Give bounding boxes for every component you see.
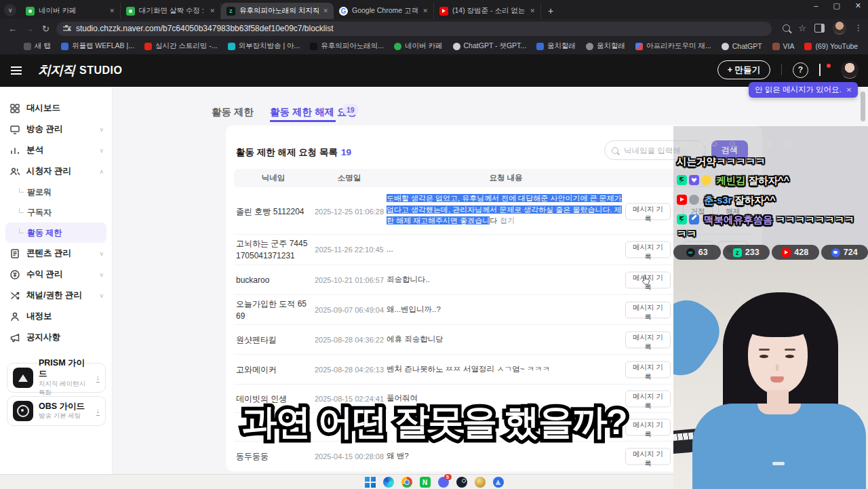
naver-icon[interactable]: N — [420, 477, 431, 488]
sidebar-item-notices[interactable]: 공지사항 — [0, 327, 112, 348]
window-minimize-button[interactable]: – — [814, 1, 818, 10]
url-text: studio.chzzk.naver.com/b7c64050b347983bb… — [76, 24, 334, 33]
browser-tab-1[interactable]: 네이버 카페 ✕ — [20, 3, 121, 19]
message-log-button[interactable]: 메시지 기록 — [625, 301, 671, 318]
tab-close-icon[interactable]: ✕ — [530, 7, 535, 14]
bookmark-icon — [722, 43, 729, 50]
chzzk-favicon: z — [226, 7, 235, 16]
sidebar-item-content[interactable]: 콘텐츠 관리∨ — [0, 243, 112, 264]
active-tab-underline — [270, 120, 336, 122]
discord-icon[interactable]: 5 — [438, 477, 449, 488]
tab-search-icon[interactable]: ∨ — [4, 4, 16, 16]
profile-avatar[interactable] — [841, 61, 859, 79]
row-date: 2025-04-15 00:28:08 — [312, 452, 387, 461]
row-nickname: 고와메이커 — [236, 364, 311, 376]
bookmark-item[interactable]: 움치할래 — [586, 41, 625, 51]
tab-close-icon[interactable]: ✕ — [109, 7, 115, 14]
bookmark-star-icon[interactable]: ☆ — [798, 23, 806, 33]
bookmark-item[interactable]: 외부장치방송 | 아... — [228, 41, 300, 51]
chrome-icon[interactable] — [401, 477, 412, 488]
sidebar-item-revenue[interactable]: 수익 관리∨ — [0, 264, 112, 285]
bookmark-icon — [228, 43, 235, 50]
bookmark-item[interactable]: 새 탭 — [24, 41, 51, 51]
page-scrollbar[interactable] — [861, 92, 865, 121]
browser-profile-avatar[interactable] — [833, 21, 846, 35]
message-log-button[interactable]: 메시지 기록 — [625, 241, 671, 258]
chat-username[interactable]: 맥북에유후쏨음 — [704, 214, 773, 225]
help-icon[interactable]: ? — [793, 62, 808, 78]
windows-start-icon[interactable] — [365, 477, 376, 488]
youtube-platform-icon — [782, 248, 791, 257]
window-maximize-button[interactable]: ▢ — [833, 1, 840, 10]
tab-title: 대기화면 살짝 수정 : 네이버 — [139, 6, 205, 16]
back-icon[interactable]: ← — [8, 24, 17, 34]
browser-tab-5[interactable]: (14) 장범준 - 소리 없는 비가 ✕ — [434, 3, 541, 19]
sidebar-item-activity-restriction[interactable]: 활동 제한 — [5, 222, 106, 243]
message-log-button[interactable]: 메시지 기록 — [625, 203, 671, 220]
row-nickname: buckaroo — [236, 274, 311, 286]
browser-tab-3-active[interactable]: z 유후의피아노래의 치지직 스 ✕ — [221, 3, 334, 19]
bookmark-item[interactable]: ChatGPT - 챗GPT... — [453, 41, 527, 51]
bookmark-item[interactable]: (69) YouTube — [804, 42, 858, 50]
sidebar-item-channel-permissions[interactable]: 채널/권한 관리∨ — [0, 285, 112, 306]
sidebar-item-my-info[interactable]: 내정보 — [0, 306, 112, 327]
gold-app-icon[interactable] — [475, 477, 486, 488]
toast-close-icon[interactable]: ✕ — [846, 86, 852, 94]
message-log-button[interactable]: 메시지 기록 — [625, 448, 671, 465]
blue-app-icon[interactable] — [493, 477, 504, 488]
sidebar-item-dashboard[interactable]: 대시보드 — [0, 98, 112, 119]
new-tab-button[interactable]: + — [548, 5, 553, 16]
browser-tab-2[interactable]: 대기화면 살짝 수정 : 네이버 ✕ — [121, 3, 221, 19]
studio-logo-text: STUDIO — [79, 64, 122, 77]
create-button[interactable]: + 만들기 — [717, 60, 770, 79]
tab-activity-restriction[interactable]: 활동 제한 — [212, 106, 254, 119]
bookmark-item[interactable]: 실시간 스트리밍 -... — [144, 41, 218, 51]
bookmark-icon — [144, 43, 152, 50]
tab-close-icon[interactable]: ✕ — [323, 7, 328, 14]
window-close-button[interactable]: ✕ — [855, 1, 861, 10]
row-date: 2025-12-25 01:06:28 — [312, 208, 387, 216]
row-nickname: 오늘가입한 도적 6569 — [236, 298, 311, 322]
hamburger-menu-icon[interactable] — [11, 66, 22, 68]
bookmark-item[interactable]: 아프리카도우미 재... — [635, 41, 711, 51]
sidebar-item-viewers[interactable]: 시청자 관리∧ — [0, 161, 112, 182]
prism-guide-card[interactable]: PRISM 가이드치지직 레이턴시 특화 ↓ — [7, 363, 106, 393]
sidebar-item-subscribers[interactable]: 구독자 — [0, 202, 112, 222]
bookmark-item[interactable]: 유후의피아노래의... — [310, 41, 384, 51]
monitor-icon — [9, 124, 20, 135]
download-icon[interactable]: ↓ — [96, 374, 100, 383]
chart-icon — [9, 145, 20, 156]
bookmark-icon — [536, 43, 544, 50]
steam-icon[interactable] — [456, 477, 467, 488]
col-header-content: 요청 내용 — [387, 173, 625, 183]
edge-icon[interactable] — [383, 477, 394, 488]
chevron-down-icon: ∨ — [99, 292, 104, 299]
row-content: 벤처 즌나못하노 ㅉㅉ 서열정리 ㅅㄱ염~ ㅋㅋㅋ — [387, 364, 625, 375]
tab-close-icon[interactable]: ✕ — [422, 7, 428, 14]
browser-menu-icon[interactable]: ⋮ — [854, 23, 863, 33]
sidebar-item-broadcast[interactable]: 방송 관리∨ — [0, 119, 112, 140]
browser-tab-4[interactable]: G Google Chrome 고객센터 ✕ — [334, 3, 434, 19]
bookmark-item[interactable]: 위플랩 WEFLAB |... — [61, 41, 134, 51]
bookmark-item[interactable]: 네이버 카페 — [394, 41, 442, 51]
subtitle-text: 과연 어떤 잘못을 했을까? — [241, 399, 626, 446]
message-log-button[interactable]: 메시지 기록 — [625, 361, 671, 378]
collapse-link[interactable]: 접기 — [500, 216, 515, 224]
reload-icon[interactable]: ↻ — [42, 24, 50, 34]
chat-username[interactable]: 춘-s3r — [704, 195, 732, 206]
address-bar[interactable]: studio.chzzk.naver.com/b7c64050b347983bb… — [56, 22, 772, 36]
sidebar-item-followers[interactable]: 팔로워 — [0, 182, 112, 202]
notification-bell-icon[interactable] — [819, 64, 830, 75]
forward-icon[interactable]: → — [25, 24, 34, 34]
message-log-button[interactable]: 메시지 기록 — [625, 331, 671, 348]
flow-platform-icon: ∞ — [686, 248, 695, 257]
site-settings-icon[interactable] — [63, 25, 71, 32]
bookmark-item[interactable]: 움치할래 — [536, 41, 576, 51]
bookmark-item[interactable]: VIA — [772, 42, 795, 50]
tab-close-icon[interactable]: ✕ — [210, 7, 215, 14]
chat-username[interactable]: 케빈김 — [716, 175, 746, 186]
side-panel-icon[interactable] — [814, 24, 825, 33]
bookmark-item[interactable]: ChatGPT — [722, 42, 762, 50]
sidebar-item-analytics[interactable]: 분석∨ — [0, 140, 112, 161]
zoom-search-icon[interactable] — [783, 24, 790, 32]
